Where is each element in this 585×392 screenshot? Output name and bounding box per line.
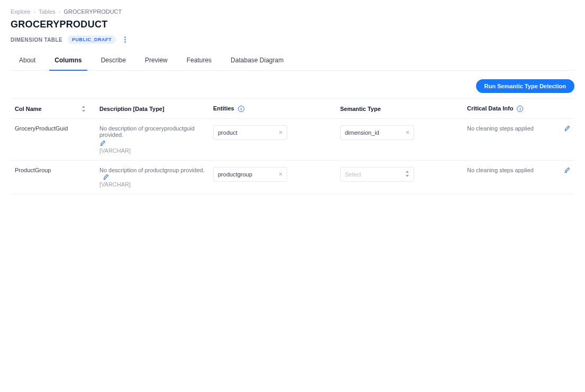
page-title: GROCERYPRODUCT — [11, 19, 574, 30]
datatype-label: [VARCHAR] — [99, 147, 205, 154]
page-subhead: DIMENSION TABLE PUBLIC_DRAFT — [11, 35, 574, 44]
chevron-updown-icon — [405, 171, 409, 178]
semantic-type-select[interactable]: Select — [340, 167, 414, 182]
cell-description: No description of productgroup provided.… — [95, 161, 209, 194]
critical-text: No cleaning steps applied — [467, 167, 534, 173]
table-row: GroceryProductGuid No description of gro… — [11, 119, 574, 161]
edit-icon[interactable] — [99, 140, 205, 146]
edit-icon[interactable] — [564, 167, 570, 173]
svg-point-0 — [124, 36, 125, 38]
cell-critical: No cleaning steps applied — [463, 161, 574, 194]
action-bar: Run Semantic Type Detection — [11, 77, 574, 99]
edit-icon[interactable] — [103, 174, 109, 180]
cell-critical: No cleaning steps applied — [463, 119, 574, 161]
info-icon[interactable]: i — [517, 106, 523, 112]
columns-table: Col Name Description [Data Type] Entitie… — [11, 99, 574, 194]
chevron-right-icon: › — [59, 8, 61, 15]
clear-icon[interactable]: × — [406, 129, 409, 136]
cell-semantic-type: Select — [336, 161, 463, 194]
table-header-row: Col Name Description [Data Type] Entitie… — [11, 99, 574, 119]
kebab-menu-icon[interactable] — [121, 36, 129, 43]
entity-tag-value: product — [218, 129, 237, 136]
col-header-critical-label: Critical Data Info — [467, 105, 513, 111]
sort-icon[interactable] — [81, 106, 86, 112]
tab-describe[interactable]: Describe — [101, 51, 126, 70]
cell-colname: GroceryProductGuid — [11, 119, 95, 161]
status-badge: PUBLIC_DRAFT — [68, 35, 116, 44]
table-row: ProductGroup No description of productgr… — [11, 161, 574, 194]
col-header-colname-label: Col Name — [15, 106, 42, 112]
clear-icon[interactable]: × — [279, 129, 282, 136]
col-header-entities-label: Entities — [213, 105, 234, 111]
tab-about[interactable]: About — [19, 51, 35, 70]
edit-icon[interactable] — [564, 125, 570, 132]
clear-icon[interactable]: × — [279, 171, 282, 178]
breadcrumb-explore[interactable]: Explore — [11, 8, 30, 15]
entity-tag-value: productgroup — [218, 171, 252, 178]
col-header-semantic-type: Semantic Type — [336, 99, 463, 119]
svg-point-1 — [124, 39, 125, 40]
breadcrumb-current: GROCERYPRODUCT — [63, 8, 122, 15]
tab-bar: About Columns Describe Preview Features … — [11, 51, 574, 71]
info-icon[interactable]: i — [238, 106, 244, 112]
tab-preview[interactable]: Preview — [145, 51, 168, 70]
col-header-colname[interactable]: Col Name — [11, 99, 95, 119]
col-header-critical: Critical Data Info i — [463, 99, 574, 119]
chevron-right-icon: › — [33, 8, 35, 15]
col-header-description: Description [Data Type] — [95, 99, 209, 119]
critical-text: No cleaning steps applied — [467, 125, 534, 132]
semantic-type-placeholder: Select — [345, 171, 361, 178]
description-text: No description of groceryproductguid pro… — [99, 125, 195, 138]
description-text: No description of productgroup provided. — [99, 167, 205, 173]
breadcrumb-tables[interactable]: Tables — [39, 8, 56, 15]
cell-semantic-type: dimension_id × — [336, 119, 463, 161]
tab-database-diagram[interactable]: Database Diagram — [231, 51, 284, 70]
datatype-label: [VARCHAR] — [99, 181, 205, 188]
cell-entities: product × — [209, 119, 336, 161]
tab-features[interactable]: Features — [187, 51, 212, 70]
entity-tag-input[interactable]: product × — [213, 125, 287, 140]
table-type-label: DIMENSION TABLE — [11, 37, 62, 43]
breadcrumb: Explore › Tables › GROCERYPRODUCT — [11, 8, 574, 15]
cell-colname: ProductGroup — [11, 161, 95, 194]
entity-tag-input[interactable]: productgroup × — [213, 167, 287, 182]
tab-columns[interactable]: Columns — [54, 51, 81, 70]
svg-point-2 — [124, 41, 125, 42]
run-semantic-detection-button[interactable]: Run Semantic Type Detection — [476, 79, 574, 93]
cell-description: No description of groceryproductguid pro… — [95, 119, 209, 161]
semantic-type-input[interactable]: dimension_id × — [340, 125, 414, 140]
semantic-type-value: dimension_id — [345, 129, 379, 136]
cell-entities: productgroup × — [209, 161, 336, 194]
col-header-entities: Entities i — [209, 99, 336, 119]
